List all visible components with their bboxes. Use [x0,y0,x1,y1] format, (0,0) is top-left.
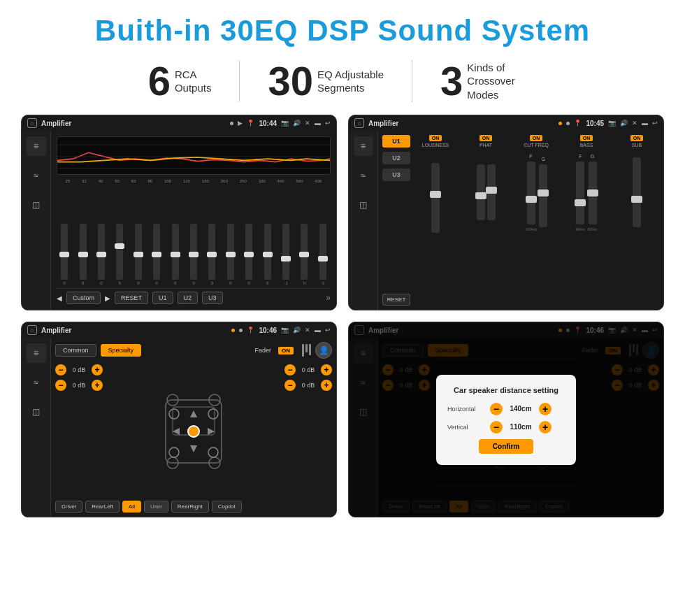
car-diagram [159,386,229,477]
cutfreq-slider2[interactable] [539,164,547,227]
eq-slider-12: -1 [278,224,294,285]
all-btn[interactable]: All [122,501,141,513]
cross-sidebar: ≡ ≈ ◫ [22,338,51,517]
amp-sidebar-vol-btn[interactable]: ◫ [354,195,373,215]
eq-slider-4: 0 [131,224,146,285]
u2-btn[interactable]: U2 [178,292,199,304]
play-icon: ▶ [238,120,243,127]
db-minus-1[interactable]: − [55,364,66,375]
svg-point-10 [208,409,218,419]
fader-icon [302,344,311,357]
loudness-slider[interactable] [431,163,440,233]
db-plus-3[interactable]: + [321,364,332,375]
eq-bottom-bar: ◀ Custom ▶ RESET U1 U2 U3 » [57,288,331,304]
u3-btn[interactable]: U3 [202,292,223,304]
driver-btn[interactable]: Driver [55,501,82,513]
u1-btn[interactable]: U1 [152,292,173,304]
db-plus-2[interactable]: + [92,380,103,391]
cross-sidebar-wave-btn[interactable]: ≈ [27,373,46,392]
db-value-3: 0 dB [298,366,318,373]
eq-handle-4 [134,252,143,257]
eq-handle-0 [59,252,69,257]
rearright-btn[interactable]: RearRight [171,501,209,513]
next-icon[interactable]: ▶ [105,294,110,302]
cross-back-icon: ↩ [325,327,331,334]
vertical-distance-row: Vertical − 110cm + [447,421,565,434]
amp-home-icon: ⌂ [354,118,364,128]
vertical-plus-btn[interactable]: + [539,421,551,434]
location-icon: 📍 [247,120,254,127]
eq-sidebar-wave-btn[interactable]: ≈ [27,166,46,185]
db-minus-2[interactable]: − [55,380,66,391]
stat-crossover: 3 Kinds of Crossover Modes [412,61,565,102]
cross-home-icon: ⌂ [27,325,37,335]
rearleft-btn[interactable]: RearLeft [85,501,120,513]
eq-sidebar-vol-btn[interactable]: ◫ [27,195,46,215]
back-icon: ↩ [325,120,331,127]
eq-sidebar-eq-btn[interactable]: ≡ [27,136,46,156]
sub-slider[interactable] [633,157,641,227]
cross-sidebar-vol-btn[interactable]: ◫ [27,402,46,422]
cross-tab-common[interactable]: Common [55,344,96,357]
eq-slider-11: 0 [259,224,275,285]
copilot-btn[interactable]: Copilot [212,501,242,513]
screenshots-grid: ⌂ Amplifier ▶ 📍 10:44 📷 🔊 ✕ ▬ ↩ ≡ ≈ ◫ [21,115,664,517]
eq-sidebar: ≡ ≈ ◫ [22,131,51,310]
horizontal-minus-btn[interactable]: − [490,403,503,415]
user-btn[interactable]: User [144,501,168,513]
amp-reset-btn[interactable]: RESET [382,294,410,306]
cross-tab-specialty[interactable]: Specialty [101,344,142,357]
svg-marker-15 [190,445,197,452]
cutfreq-slider1[interactable] [527,162,535,224]
eq-handle-12 [281,256,291,262]
eq-slider-track-0[interactable] [61,224,68,280]
db-row-bottom-left: − 0 dB + [55,380,118,391]
u2-select-btn[interactable]: U2 [382,152,410,164]
amp-screen-body: ≡ ≈ ◫ U1 U2 U3 RESET [349,131,663,310]
cross-vol-icon: 🔊 [293,327,301,334]
horizontal-plus-btn[interactable]: + [539,403,551,415]
eq-handle-3 [115,243,124,249]
dialog-title: Car speaker distance setting [447,386,565,394]
phat-slider1[interactable] [477,164,485,220]
db-minus-4[interactable]: − [284,380,296,391]
prev-icon[interactable]: ◀ [57,294,62,302]
cross-top-tabs: Common Specialty Fader ON 👤 [55,342,332,359]
eq-slider-3: 5 [112,224,127,285]
db-value-2: 0 dB [69,382,89,389]
amp-u-buttons: U1 U2 U3 RESET [382,135,410,306]
loudness-on: ON [429,135,442,141]
phat-group: ON PHAT [463,135,508,306]
cutfreq-on: ON [530,135,543,141]
eq-screen-card: ⌂ Amplifier ▶ 📍 10:44 📷 🔊 ✕ ▬ ↩ ≡ ≈ ◫ [21,115,337,310]
reset-btn[interactable]: RESET [115,292,148,304]
stat-label-rca: RCA Outputs [175,68,212,95]
db-plus-1[interactable]: + [92,364,103,375]
confirm-button[interactable]: Confirm [479,439,533,454]
cross-sidebar-eq-btn[interactable]: ≡ [27,343,46,363]
sub-group: ON SUB [614,135,659,306]
home-icon: ⌂ [27,118,37,128]
eq-handle-5 [152,252,161,257]
amp-sidebar-wave-btn[interactable]: ≈ [354,166,373,185]
eq-screen-title: Amplifier [41,120,226,127]
vertical-minus-btn[interactable]: − [490,421,503,434]
stat-eq: 30 EQ Adjustable Segments [240,61,412,101]
amp-sidebar-eq-btn[interactable]: ≡ [354,136,373,156]
u1-select-btn[interactable]: U1 [382,135,410,148]
amp-location-icon: 📍 [574,120,582,127]
bass-slider2[interactable] [589,162,597,224]
db-value-1: 0 dB [69,366,89,373]
db-minus-3[interactable]: − [284,364,296,375]
user-profile-icon[interactable]: 👤 [315,342,332,359]
phat-slider2[interactable] [487,164,496,220]
db-plus-4[interactable]: + [321,380,332,391]
eq-slider-2: 0 [94,224,109,285]
eq-handle-1 [78,252,88,257]
u3-select-btn[interactable]: U3 [382,169,410,181]
bass-slider1[interactable] [576,162,584,224]
eq-slider-10: 0 [241,224,257,285]
cross-dialog-screen-card: ⌂ Amplifier 📍 10:46 📷 🔊 ✕ ▬ ↩ ≡ ≈ ◫ [348,322,664,517]
x-icon: ✕ [305,120,310,127]
phat-label: PHAT [480,143,492,148]
